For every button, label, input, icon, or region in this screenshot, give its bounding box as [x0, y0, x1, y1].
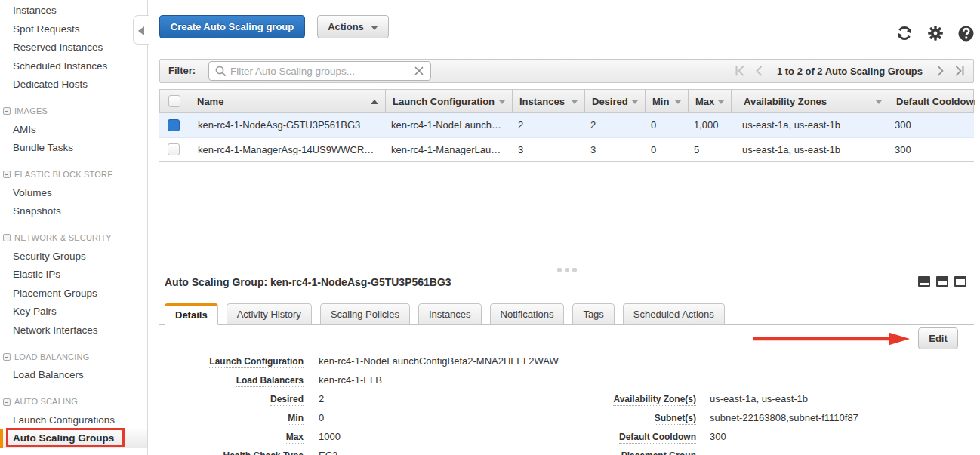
- sidebar-section-label: LOAD BALANCING: [14, 348, 89, 367]
- sidebar-section-network-security[interactable]: NETWORK & SECURITY: [0, 229, 147, 247]
- tab-scheduled-actions[interactable]: Scheduled Actions: [623, 303, 725, 325]
- sidebar-item-launch-configurations[interactable]: Launch Configurations: [0, 411, 147, 430]
- actions-button[interactable]: Actions: [317, 15, 389, 38]
- search-icon: [215, 66, 226, 76]
- page-first-icon[interactable]: [735, 66, 745, 76]
- column-header-label: Instances: [519, 96, 565, 107]
- column-filter-icon[interactable]: [675, 100, 681, 104]
- cell-availability-zones: us-east-1a, us-east-1b: [730, 113, 888, 137]
- tab-tags[interactable]: Tags: [572, 303, 614, 325]
- sidebar-collapse-button[interactable]: [133, 15, 149, 45]
- sidebar-item-spot-requests[interactable]: Spot Requests: [0, 20, 147, 39]
- sidebar-item-placement-groups[interactable]: Placement Groups: [0, 284, 147, 303]
- sidebar-item-elastic-ips[interactable]: Elastic IPs: [0, 266, 147, 284]
- cell-instances: 3: [511, 138, 584, 162]
- create-auto-scaling-group-button[interactable]: Create Auto Scaling group: [159, 15, 305, 38]
- sidebar-item-bundle-tasks[interactable]: Bundle Tasks: [0, 139, 147, 158]
- field-row: Default Cooldown300: [556, 427, 858, 446]
- sidebar-item-key-pairs[interactable]: Key Pairs: [0, 303, 147, 321]
- resize-dot: [565, 268, 569, 272]
- field-label: Load Balancers: [159, 375, 304, 386]
- column-header-name[interactable]: Name: [190, 90, 385, 112]
- sidebar-section-load-balancing[interactable]: LOAD BALANCING: [0, 348, 147, 367]
- sidebar-item-volumes[interactable]: Volumes: [0, 184, 147, 203]
- sidebar-section-elastic-block-store[interactable]: ELASTIC BLOCK STORE: [0, 165, 147, 184]
- sidebar-item-network-interfaces[interactable]: Network Interfaces: [0, 321, 147, 340]
- column-header-label: Desired: [592, 96, 628, 107]
- tab-notifications[interactable]: Notifications: [490, 303, 565, 325]
- detail-panel-title: Auto Scaling Group: ken-rc4-1-NodeAsg-G5…: [165, 276, 451, 288]
- cell-min: 0: [644, 138, 687, 162]
- column-header-min[interactable]: Min: [645, 90, 688, 112]
- field-value: us-east-1a, us-east-1b: [710, 393, 808, 404]
- gear-icon[interactable]: [928, 26, 943, 41]
- row-checkbox[interactable]: [168, 143, 180, 155]
- table-header-row: NameLaunch ConfigurationInstancesDesired…: [159, 89, 974, 113]
- pagination-text: 1 to 2 of 2 Auto Scaling Groups: [777, 66, 923, 77]
- field-row: Placement Group: [556, 446, 858, 455]
- table-row[interactable]: ken-rc4-1-ManagerAsg-14US9WWCR…ken-rc4-1…: [159, 138, 974, 163]
- column-header-desired[interactable]: Desired: [584, 90, 645, 112]
- detail-tabs-strip: DetailsActivity HistoryScaling PoliciesI…: [165, 303, 725, 325]
- page-next-icon[interactable]: [937, 66, 945, 76]
- pane-small-icon[interactable]: [918, 276, 930, 287]
- toolbar-icons: [896, 25, 974, 42]
- column-filter-icon[interactable]: [718, 100, 724, 104]
- column-header-label: Availability Zones: [744, 96, 827, 107]
- clear-filter-icon[interactable]: [414, 66, 424, 75]
- sidebar-item-dedicated-hosts[interactable]: Dedicated Hosts: [0, 75, 147, 94]
- row-checkbox-cell: [159, 113, 189, 137]
- column-header-max[interactable]: Max: [688, 90, 731, 112]
- sidebar-item-reserved-instances[interactable]: Reserved Instances: [0, 38, 147, 57]
- collapse-section-icon: [3, 171, 11, 178]
- tab-activity-history[interactable]: Activity History: [227, 303, 312, 325]
- sidebar-item-instances[interactable]: Instances: [0, 2, 147, 20]
- field-value: ken-rc4-1-ELB: [319, 374, 382, 386]
- select-all-checkbox[interactable]: [168, 95, 180, 107]
- sidebar-section-label: NETWORK & SECURITY: [14, 229, 112, 247]
- sidebar-item-load-balancers[interactable]: Load Balancers: [0, 366, 147, 385]
- cell-desired: 3: [584, 138, 644, 162]
- chevron-down-icon: [371, 26, 378, 30]
- page-prev-icon[interactable]: [755, 66, 763, 76]
- search-box: [208, 61, 431, 81]
- edit-button[interactable]: Edit: [918, 327, 958, 349]
- sidebar-item-auto-scaling-groups[interactable]: Auto Scaling Groups: [0, 429, 147, 448]
- row-checkbox[interactable]: [168, 119, 180, 131]
- detail-fields-left: Launch Configurationken-rc4-1-NodeLaunch…: [159, 352, 559, 455]
- filter-input[interactable]: [226, 66, 414, 77]
- pane-resize-handle[interactable]: [557, 268, 577, 272]
- help-icon[interactable]: [958, 26, 974, 42]
- refresh-icon[interactable]: [896, 25, 913, 42]
- annotation-highlight-box: [6, 428, 125, 447]
- table-row[interactable]: ken-rc4-1-NodeAsg-G5TU3P561BG3ken-rc4-1-…: [159, 113, 974, 138]
- sidebar-item-scheduled-instances[interactable]: Scheduled Instances: [0, 57, 147, 76]
- page-last-icon[interactable]: [954, 66, 965, 76]
- column-header-instances[interactable]: Instances: [512, 90, 584, 112]
- sidebar-item-snapshots[interactable]: Snapshots: [0, 202, 147, 221]
- tab-scaling-policies[interactable]: Scaling Policies: [320, 303, 410, 325]
- column-header-availability-zones[interactable]: Availability Zones: [731, 90, 889, 112]
- column-filter-icon[interactable]: [572, 100, 578, 104]
- sidebar-item-security-groups[interactable]: Security Groups: [0, 247, 147, 266]
- sidebar-section-label: ELASTIC BLOCK STORE: [14, 165, 113, 184]
- sidebar-section-images[interactable]: IMAGES: [0, 102, 147, 121]
- sort-ascending-icon[interactable]: [371, 100, 378, 104]
- column-filter-icon[interactable]: [499, 100, 505, 104]
- pane-half-icon[interactable]: [936, 276, 948, 287]
- tab-details[interactable]: Details: [165, 303, 218, 325]
- tab-instances[interactable]: Instances: [418, 303, 482, 325]
- field-row: Max1000: [159, 427, 559, 446]
- pane-large-icon[interactable]: [954, 276, 966, 287]
- field-label: Max: [159, 432, 304, 442]
- column-filter-icon[interactable]: [632, 100, 638, 104]
- field-row: Subnet(s)subnet-22163808,subnet-f1110f87: [556, 408, 858, 427]
- column-header-label: Max: [695, 96, 714, 107]
- cell-min: 0: [644, 113, 687, 137]
- column-header-launch-configuration[interactable]: Launch Configuration: [385, 90, 512, 112]
- sidebar-item-amis[interactable]: AMIs: [0, 121, 147, 140]
- column-header-default-cooldown[interactable]: Default Cooldown: [889, 90, 975, 112]
- cell-desired: 2: [584, 113, 644, 137]
- column-filter-icon[interactable]: [876, 100, 882, 104]
- sidebar-section-auto-scaling[interactable]: AUTO SCALING: [0, 392, 147, 411]
